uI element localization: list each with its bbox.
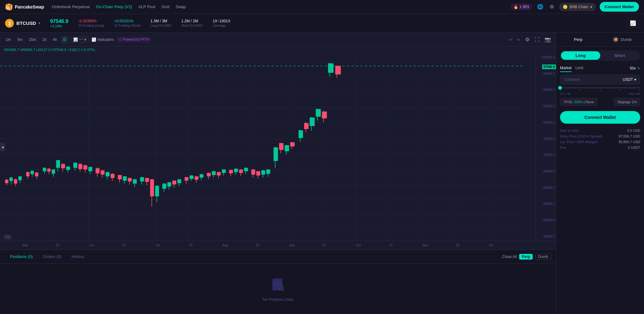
nav-alp-pool[interactable]: ALP Pool <box>138 4 155 9</box>
collateral-currency-selector[interactable]: USDT ▾ <box>623 77 636 82</box>
dumb-filter-tag[interactable]: Dumb <box>535 254 551 260</box>
timeframe-15m[interactable]: 15m <box>27 36 38 43</box>
redo-button[interactable]: ↪ <box>515 36 521 43</box>
svg-rect-109 <box>222 170 225 173</box>
ohlc-change: +3182.2 (+3.37%) <box>67 48 95 52</box>
nav-right: 🔥 1.953 🌐 ⚙ 🟡 BNB Chain ▾ Connect Wallet <box>510 2 639 12</box>
pair-selector[interactable]: ₿ BTCUSD ▾ <box>5 19 40 28</box>
timeframe-1h[interactable]: 1h <box>41 36 48 43</box>
close-all-button[interactable]: Close All <box>502 255 517 259</box>
logo[interactable]: 🥞 PancakeSwap <box>5 3 44 11</box>
perp-tab-label: Perp <box>574 37 582 42</box>
svg-rect-61 <box>88 167 92 171</box>
nav-grid[interactable]: Grid <box>162 4 169 9</box>
tpsl-pct: 300% <box>574 100 583 104</box>
connect-wallet-button[interactable]: Connect Wallet <box>600 2 639 12</box>
svg-rect-103 <box>207 173 211 177</box>
chart-toggle-btn[interactable]: 📈 <box>627 19 639 28</box>
chart-settings-btn[interactable]: ⚙ <box>524 35 531 44</box>
chart-wrapper[interactable]: ◀ TV 100000.0 95000.0 90000.0 85000.0 80… <box>0 53 556 241</box>
ohlc-close: C97546.9 <box>51 48 66 52</box>
slider-dot-100 <box>639 90 640 91</box>
slider-thumb[interactable] <box>558 86 562 90</box>
svg-rect-37 <box>26 172 30 177</box>
svg-rect-81 <box>145 178 149 182</box>
entry-price-value: 97,556.7 USD <box>619 134 640 138</box>
perp-filter-tag[interactable]: Perp <box>519 254 533 260</box>
dumb-tab-label: Dumb <box>621 37 632 42</box>
timeframe-d[interactable]: D <box>61 36 68 43</box>
chart-svg <box>0 53 556 241</box>
slippage-pct: 1% <box>632 100 637 104</box>
tpsl-none: None <box>586 100 594 104</box>
pyth-icon: ⬡ <box>119 38 122 41</box>
settings-icon-btn[interactable]: ⚙ <box>548 3 555 11</box>
btc-icon: ₿ <box>5 19 14 28</box>
currency-chevron-icon: ▾ <box>634 77 636 82</box>
long-tab[interactable]: Long <box>561 51 600 60</box>
history-tab[interactable]: History <box>66 253 89 260</box>
svg-rect-57 <box>78 164 82 169</box>
undo-button[interactable]: ↩ <box>508 36 514 43</box>
tpsl-slippage-row: TP/SL 300% | None Slippage 1% <box>560 98 640 106</box>
slippage-button[interactable]: Slippage 1% <box>614 98 640 106</box>
price-level-70k: 70000.0 <box>537 153 555 157</box>
fire-icon: 🔥 <box>514 5 518 9</box>
points-display[interactable]: 🔥 1.953 <box>510 3 532 10</box>
positions-tab[interactable]: Positions (0) <box>5 253 38 260</box>
price-change: +3.19% <box>50 24 69 28</box>
leverage-edit-btn[interactable]: ✎ <box>637 66 640 70</box>
pair-name: BTCUSD <box>16 20 36 26</box>
bnb-icon: 🟡 <box>563 5 568 9</box>
collateral-placeholder: Collateral <box>564 77 623 82</box>
chart-collapse-btn[interactable]: ◀ <box>0 143 5 151</box>
market-order-btn[interactable]: Market <box>560 64 572 72</box>
time-scale: May 15 Jun 15 Jul 15 Aug 15 Sep 15 Oct 1… <box>0 241 556 250</box>
time-15-7: 15 <box>456 244 459 247</box>
perp-panel-tab[interactable]: Perp <box>556 33 600 46</box>
fee-value: 0 USDT <box>628 146 640 149</box>
connect-wallet-panel-button[interactable]: Connect Wallet <box>560 111 640 124</box>
chart-type-selector[interactable]: 📊 〰 ▾ <box>70 36 89 43</box>
position-size-slider[interactable] <box>560 87 640 91</box>
time-jun: Jun <box>89 244 94 247</box>
price-level-50k: 50000.0 <box>537 218 555 222</box>
indicators-button[interactable]: 📉 Indicators <box>92 37 114 42</box>
ohlc-high: H98360.7 <box>20 48 35 52</box>
tradingview-logo: TV <box>4 235 12 239</box>
short-tab[interactable]: Short <box>600 51 640 60</box>
svg-rect-65 <box>101 171 104 175</box>
timeframe-5m[interactable]: 5m <box>15 36 25 43</box>
bottom-tabs-bar: Positions (0) Orders (0) History Close A… <box>0 250 556 264</box>
svg-rect-75 <box>128 178 132 182</box>
timeframe-1m[interactable]: 1m <box>4 36 13 43</box>
nav-orderbook[interactable]: Orderbook Perpetual <box>52 4 90 9</box>
svg-rect-107 <box>217 172 221 176</box>
svg-rect-127 <box>274 147 278 161</box>
nav-links: Orderbook Perpetual On-Chain Perp (V2) A… <box>52 4 503 9</box>
svg-rect-93 <box>177 179 181 183</box>
timeframe-4h[interactable]: 4h <box>51 36 59 43</box>
nav-swap[interactable]: Swap <box>176 4 186 9</box>
leverage-stat: 1X~1001X Leverage <box>213 19 230 27</box>
svg-rect-105 <box>212 171 216 175</box>
globe-icon-btn[interactable]: 🌐 <box>536 3 545 11</box>
svg-rect-55 <box>73 163 77 168</box>
nav-onchain-perp[interactable]: On-Chain Perp (V2) <box>96 4 132 9</box>
size-detail-row: Size in USD 0.0 USD <box>560 129 640 132</box>
collateral-input[interactable]: Collateral USDT ▾ <box>560 75 640 85</box>
price-level-60k: 60000.0 <box>537 186 555 189</box>
no-positions-text: No Positions Data <box>263 297 293 302</box>
chart-fullscreen-btn[interactable]: ⛶ <box>533 36 541 44</box>
orders-tab[interactable]: Orders (0) <box>38 253 66 260</box>
dumb-panel-tab[interactable]: 🐱 Dumb <box>600 33 644 46</box>
chain-selector[interactable]: 🟡 BNB Chain ▾ <box>559 3 596 11</box>
positions-content: No Positions Data <box>0 264 556 314</box>
slider-track <box>560 87 640 88</box>
limit-order-btn[interactable]: Limit <box>575 64 583 72</box>
chart-screenshot-btn[interactable]: 📷 <box>543 35 552 44</box>
long-oi-stat: 1.3M / 3M Long OI (USD) <box>150 19 171 27</box>
tpsl-button[interactable]: TP/SL 300% | None <box>560 98 597 106</box>
svg-rect-125 <box>266 170 270 174</box>
chain-name: BNB Chain <box>569 5 588 9</box>
